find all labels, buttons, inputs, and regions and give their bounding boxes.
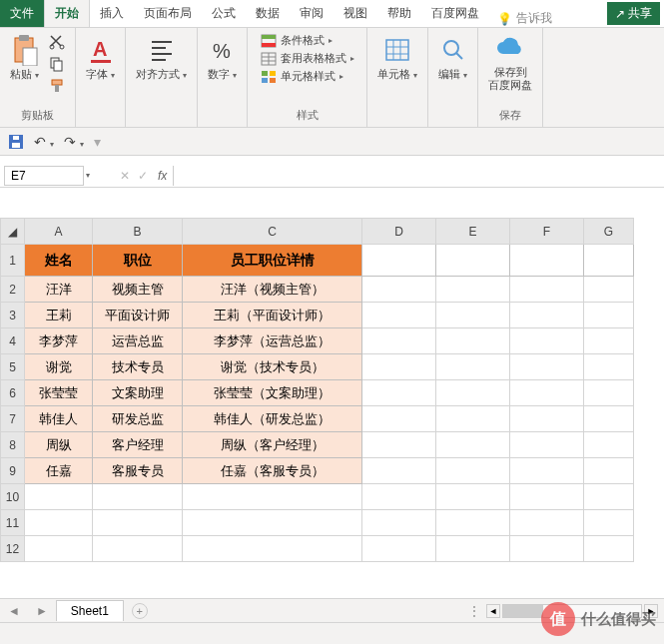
conditional-format-button[interactable]: 条件格式▸ — [261, 32, 354, 49]
cell[interactable] — [584, 303, 634, 328]
cell[interactable]: 韩佳人 — [25, 406, 93, 432]
cell[interactable]: 王莉（平面设计师） — [183, 303, 362, 328]
col-header-E[interactable]: E — [436, 219, 510, 245]
cell[interactable] — [510, 432, 584, 458]
cell[interactable] — [436, 484, 510, 510]
cell[interactable] — [584, 510, 634, 536]
cell[interactable] — [183, 510, 362, 536]
cell[interactable]: 韩佳人（研发总监） — [183, 406, 362, 432]
cell[interactable]: 姓名 — [25, 245, 93, 277]
cell[interactable] — [584, 406, 634, 432]
tab-insert[interactable]: 插入 — [90, 0, 134, 27]
table-format-button[interactable]: 套用表格格式▸ — [261, 50, 354, 67]
cell[interactable]: 职位 — [93, 245, 183, 277]
cell[interactable]: 任嘉（客服专员） — [183, 458, 362, 484]
tab-file[interactable]: 文件 — [0, 0, 44, 27]
cell[interactable] — [510, 303, 584, 328]
tab-formula[interactable]: 公式 — [202, 0, 246, 27]
copy-button[interactable] — [47, 54, 67, 74]
cell-style-button[interactable]: 单元格样式▸ — [261, 68, 354, 85]
row-header[interactable]: 3 — [1, 303, 25, 328]
formula-input[interactable] — [173, 166, 664, 186]
save-baidu-button[interactable]: 保存到 百度网盘 — [486, 32, 534, 94]
tab-data[interactable]: 数据 — [246, 0, 290, 27]
cell[interactable] — [25, 536, 93, 562]
sheet-nav-prev[interactable]: ◄ — [0, 604, 28, 618]
cell[interactable] — [584, 458, 634, 484]
cell[interactable] — [183, 536, 362, 562]
cell[interactable]: 文案助理 — [93, 380, 183, 406]
cell[interactable] — [510, 380, 584, 406]
cell[interactable] — [510, 328, 584, 354]
cell[interactable] — [436, 510, 510, 536]
tell-me[interactable]: 💡告诉我 — [497, 10, 552, 27]
qat-customize[interactable]: ▾ — [94, 134, 101, 150]
col-header-C[interactable]: C — [183, 219, 362, 245]
cell[interactable] — [436, 303, 510, 328]
number-button[interactable]: % 数字 ▾ — [206, 32, 239, 83]
cell[interactable] — [362, 406, 436, 432]
grid[interactable]: ◢ A B C D E F G 1姓名职位员工职位详情 2汪洋视频主管汪洋（视频… — [0, 218, 634, 562]
cell[interactable]: 研发总监 — [93, 406, 183, 432]
cell[interactable] — [362, 536, 436, 562]
cell[interactable] — [584, 354, 634, 380]
add-sheet-button[interactable]: + — [132, 603, 148, 619]
cell[interactable]: 谢觉（技术专员） — [183, 354, 362, 380]
cell[interactable] — [25, 510, 93, 536]
cell[interactable] — [25, 484, 93, 510]
sheet-nav-next[interactable]: ► — [28, 604, 56, 618]
redo-button[interactable]: ↷ ▾ — [64, 134, 84, 150]
cell[interactable] — [362, 458, 436, 484]
cut-button[interactable] — [47, 32, 67, 52]
cell[interactable] — [362, 432, 436, 458]
cells-button[interactable]: 单元格 ▾ — [375, 32, 419, 83]
cell[interactable]: 王莉 — [25, 303, 93, 328]
cell[interactable] — [584, 380, 634, 406]
cell[interactable] — [362, 245, 436, 277]
cell[interactable] — [436, 354, 510, 380]
row-header[interactable]: 7 — [1, 406, 25, 432]
cell[interactable] — [510, 277, 584, 303]
font-button[interactable]: A 字体 ▾ — [84, 32, 117, 83]
cell[interactable] — [584, 432, 634, 458]
cell[interactable] — [436, 458, 510, 484]
paste-button[interactable]: 粘贴 ▾ — [8, 32, 41, 83]
name-box[interactable]: E7 — [4, 166, 84, 186]
scroll-thumb[interactable] — [503, 605, 543, 617]
cell[interactable] — [584, 277, 634, 303]
cell[interactable]: 李梦萍（运营总监） — [183, 328, 362, 354]
row-header[interactable]: 2 — [1, 277, 25, 303]
cell[interactable] — [362, 303, 436, 328]
cell[interactable] — [584, 484, 634, 510]
format-painter-button[interactable] — [47, 76, 67, 96]
cell[interactable]: 张莹莹 — [25, 380, 93, 406]
cell[interactable] — [436, 432, 510, 458]
tab-review[interactable]: 审阅 — [290, 0, 333, 27]
cell[interactable] — [510, 536, 584, 562]
tab-baidu[interactable]: 百度网盘 — [421, 0, 489, 27]
cell[interactable]: 谢觉 — [25, 354, 93, 380]
cell[interactable]: 周纵 — [25, 432, 93, 458]
cell[interactable]: 视频主管 — [93, 277, 183, 303]
cell[interactable]: 员工职位详情 — [183, 245, 362, 277]
cell[interactable]: 技术专员 — [93, 354, 183, 380]
cell[interactable] — [183, 484, 362, 510]
select-all[interactable]: ◢ — [1, 219, 25, 245]
row-header[interactable]: 5 — [1, 354, 25, 380]
cell[interactable] — [362, 380, 436, 406]
share-button[interactable]: ↗共享 — [607, 2, 660, 25]
row-header[interactable]: 11 — [1, 510, 25, 536]
save-button[interactable] — [8, 134, 24, 150]
undo-button[interactable]: ↶ ▾ — [34, 134, 54, 150]
cell[interactable]: 客户经理 — [93, 432, 183, 458]
cell[interactable] — [510, 458, 584, 484]
row-header[interactable]: 10 — [1, 484, 25, 510]
cell[interactable] — [362, 277, 436, 303]
cancel-formula-button[interactable]: ✕ — [120, 169, 130, 183]
tab-home[interactable]: 开始 — [44, 0, 90, 27]
cell[interactable] — [93, 536, 183, 562]
sheet-tab[interactable]: Sheet1 — [56, 600, 124, 621]
col-header-A[interactable]: A — [25, 219, 93, 245]
cell[interactable] — [362, 328, 436, 354]
col-header-D[interactable]: D — [362, 219, 436, 245]
